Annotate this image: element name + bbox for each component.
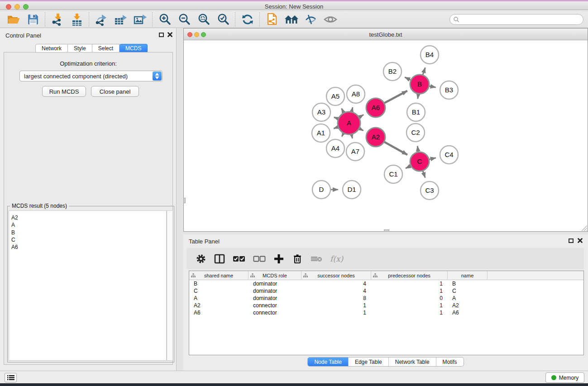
select-all-columns-icon[interactable] bbox=[233, 252, 245, 266]
table-cell[interactable]: A bbox=[189, 295, 249, 302]
table-cell[interactable]: B bbox=[448, 280, 488, 287]
result-item[interactable]: B bbox=[11, 229, 166, 236]
table-cell[interactable]: 1 bbox=[301, 309, 371, 316]
edge-C-C1[interactable] bbox=[406, 166, 411, 168]
result-item[interactable]: A bbox=[11, 221, 166, 229]
run-mcds-button[interactable]: Run MCDS bbox=[42, 86, 86, 97]
node-A6[interactable]: A6 bbox=[366, 98, 385, 117]
close-panel-button[interactable]: Close panel bbox=[91, 86, 139, 97]
table-cell[interactable]: 4 bbox=[301, 280, 371, 287]
node-A3[interactable]: A3 bbox=[312, 103, 330, 121]
edge-C-C4[interactable] bbox=[429, 158, 435, 159]
function-builder-icon[interactable]: f(x) bbox=[330, 252, 343, 266]
table-cell[interactable]: 1 bbox=[371, 309, 448, 316]
export-network-icon[interactable] bbox=[91, 12, 111, 27]
table-cell[interactable]: 1 bbox=[301, 302, 371, 309]
node-C4[interactable]: C4 bbox=[440, 146, 458, 164]
result-scrollbar[interactable] bbox=[167, 210, 173, 361]
column-header[interactable]: successor nodes bbox=[301, 271, 371, 280]
home-icon[interactable] bbox=[282, 12, 301, 27]
save-icon[interactable] bbox=[23, 12, 43, 27]
node-A7[interactable]: A7 bbox=[346, 143, 364, 161]
close-table-panel-icon[interactable] bbox=[578, 238, 583, 243]
column-header[interactable]: MCDS role bbox=[249, 271, 301, 280]
tab-network[interactable]: Network bbox=[35, 44, 68, 53]
h-scroll-nub[interactable] bbox=[183, 198, 186, 203]
table-row[interactable]: Cdominator41C bbox=[189, 287, 583, 295]
node-C3[interactable]: C3 bbox=[421, 181, 439, 200]
split-panel-icon[interactable] bbox=[214, 252, 225, 266]
result-item[interactable]: A2 bbox=[11, 214, 166, 221]
table-cell[interactable]: A6 bbox=[189, 309, 249, 316]
node-C[interactable]: C bbox=[410, 152, 429, 171]
node-D[interactable]: D bbox=[312, 181, 330, 199]
edge-B-B4[interactable] bbox=[423, 67, 425, 75]
tab-node-table[interactable]: Node Table bbox=[308, 357, 348, 366]
close-panel-icon[interactable] bbox=[167, 32, 172, 37]
node-A1[interactable]: A1 bbox=[312, 124, 330, 142]
table-cell[interactable]: A2 bbox=[189, 302, 249, 309]
eye-icon[interactable] bbox=[320, 12, 340, 27]
open-folder-icon[interactable] bbox=[4, 12, 23, 27]
tab-network-table[interactable]: Network Table bbox=[388, 357, 436, 366]
node-A5[interactable]: A5 bbox=[326, 87, 344, 105]
eye-slash-icon[interactable] bbox=[301, 12, 320, 27]
edge-A-A1[interactable] bbox=[334, 127, 338, 129]
node-A[interactable]: A bbox=[338, 112, 360, 134]
column-header[interactable]: shared name bbox=[189, 271, 249, 280]
table-row[interactable]: Bdominator41B bbox=[189, 280, 583, 287]
node-D1[interactable]: D1 bbox=[343, 181, 361, 199]
edge-A-A3[interactable] bbox=[334, 117, 338, 119]
tab-edge-table[interactable]: Edge Table bbox=[348, 357, 388, 366]
result-item[interactable]: C bbox=[11, 236, 166, 243]
resize-grip[interactable] bbox=[582, 225, 587, 231]
table-cell[interactable]: dominator bbox=[249, 280, 301, 287]
criterion-select[interactable]: largest connected component (directed) bbox=[19, 71, 163, 81]
edge-C-C3[interactable] bbox=[423, 171, 425, 178]
search-box[interactable] bbox=[449, 14, 583, 25]
table-cell[interactable]: 1 bbox=[371, 302, 448, 309]
table-cell[interactable]: B bbox=[189, 280, 249, 287]
node-A4[interactable]: A4 bbox=[326, 139, 344, 157]
edge-A-A6[interactable] bbox=[359, 114, 364, 117]
edge-A-A5[interactable] bbox=[342, 109, 344, 113]
task-history-button[interactable] bbox=[5, 373, 17, 382]
table-cell[interactable]: 0 bbox=[371, 295, 448, 302]
edge-B-B2[interactable] bbox=[405, 77, 411, 80]
import-table-icon[interactable] bbox=[67, 12, 86, 27]
network-document-icon[interactable] bbox=[262, 12, 282, 27]
table-cell[interactable]: dominator bbox=[249, 295, 301, 302]
search-input[interactable] bbox=[459, 15, 583, 24]
table-row[interactable]: Adominator80A bbox=[189, 295, 583, 302]
float-panel-icon[interactable] bbox=[159, 33, 164, 37]
zoom-selected-icon[interactable] bbox=[213, 12, 233, 27]
delete-table-icon[interactable] bbox=[311, 252, 322, 266]
table-cell[interactable]: connector bbox=[249, 309, 301, 316]
table-row[interactable]: A2connector11A2 bbox=[189, 302, 583, 309]
table-cell[interactable]: 4 bbox=[301, 287, 371, 295]
result-item[interactable]: A6 bbox=[11, 243, 166, 251]
table-cell[interactable]: 1 bbox=[371, 287, 448, 295]
add-column-icon[interactable] bbox=[273, 252, 284, 266]
column-header[interactable]: predecessor nodes bbox=[371, 271, 448, 280]
tab-style[interactable]: Style bbox=[68, 44, 92, 53]
table-cell[interactable]: dominator bbox=[249, 287, 301, 295]
edge-B-B1[interactable] bbox=[418, 94, 418, 99]
network-window-titlebar[interactable]: testGlobe.txt bbox=[184, 29, 588, 40]
edge-A6-B[interactable] bbox=[384, 91, 407, 103]
node-A8[interactable]: A8 bbox=[347, 85, 365, 103]
float-table-panel-icon[interactable] bbox=[569, 238, 574, 243]
table-cell[interactable]: connector bbox=[249, 302, 301, 309]
network-graph[interactable]: AA1A3A4A5A7A8A6A2BB1B2B3B4CC1C2C3C4DD1 bbox=[184, 41, 588, 231]
node-B1[interactable]: B1 bbox=[407, 103, 425, 121]
edge-A-A7[interactable] bbox=[352, 134, 353, 138]
table-cell[interactable]: C bbox=[448, 287, 488, 295]
table-cell[interactable]: A bbox=[448, 295, 488, 302]
column-header[interactable]: name bbox=[448, 271, 488, 280]
settings-gear-icon[interactable] bbox=[196, 252, 206, 266]
zoom-in-icon[interactable] bbox=[155, 12, 174, 27]
table-cell[interactable]: A6 bbox=[448, 309, 488, 316]
table-row[interactable]: A6connector11A6 bbox=[189, 309, 583, 316]
edge-A-A2[interactable] bbox=[359, 129, 363, 130]
node-B4[interactable]: B4 bbox=[421, 46, 439, 64]
